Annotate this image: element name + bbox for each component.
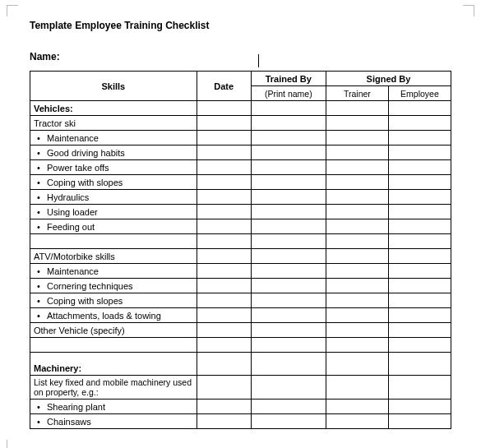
trained-by-cell[interactable]: [251, 308, 326, 323]
date-cell[interactable]: [197, 376, 251, 400]
date-cell[interactable]: [197, 160, 251, 175]
date-cell[interactable]: [197, 400, 251, 414]
employee-sign-cell[interactable]: [388, 264, 451, 279]
employee-sign-cell[interactable]: [388, 234, 451, 249]
checklist-table: Skills Date Trained By Signed By (Print …: [30, 71, 451, 429]
date-cell[interactable]: [197, 293, 251, 308]
table-row: ATV/Motorbike skills: [30, 249, 451, 264]
trained-by-cell[interactable]: [251, 264, 326, 279]
trainer-sign-cell[interactable]: [326, 145, 388, 160]
trained-by-cell[interactable]: [251, 414, 326, 429]
skills-cell: •Coping with slopes: [30, 175, 197, 190]
employee-sign-cell[interactable]: [388, 279, 451, 293]
employee-sign-cell[interactable]: [388, 116, 451, 131]
date-cell[interactable]: [197, 323, 251, 338]
trainer-sign-cell[interactable]: [326, 338, 388, 353]
date-cell[interactable]: [197, 219, 251, 234]
trained-by-cell[interactable]: [251, 205, 326, 219]
employee-sign-cell[interactable]: [388, 353, 451, 376]
trained-by-cell[interactable]: [251, 338, 326, 353]
table-row: •Good driving habits: [30, 145, 451, 160]
trained-by-cell[interactable]: [251, 249, 326, 264]
date-cell[interactable]: [197, 145, 251, 160]
skills-cell: Tractor ski: [30, 116, 197, 131]
date-cell[interactable]: [197, 338, 251, 353]
skill-label: Hydraulics: [47, 192, 89, 202]
employee-sign-cell[interactable]: [388, 145, 451, 160]
date-cell[interactable]: [197, 205, 251, 219]
trained-by-cell[interactable]: [251, 293, 326, 308]
trainer-sign-cell[interactable]: [326, 414, 388, 429]
trained-by-cell[interactable]: [251, 353, 326, 376]
bullet-icon: •: [37, 163, 47, 173]
trained-by-cell[interactable]: [251, 323, 326, 338]
employee-sign-cell[interactable]: [388, 175, 451, 190]
trainer-sign-cell[interactable]: [326, 160, 388, 175]
employee-sign-cell[interactable]: [388, 293, 451, 308]
skills-cell: •Chainsaws: [30, 414, 197, 429]
trainer-sign-cell[interactable]: [326, 205, 388, 219]
trainer-sign-cell[interactable]: [326, 249, 388, 264]
trained-by-cell[interactable]: [251, 219, 326, 234]
trainer-sign-cell[interactable]: [326, 308, 388, 323]
bullet-icon: •: [37, 148, 47, 158]
trainer-sign-cell[interactable]: [326, 400, 388, 414]
trained-by-cell[interactable]: [251, 234, 326, 249]
skills-cell: •Hydraulics: [30, 190, 197, 205]
employee-sign-cell[interactable]: [388, 101, 451, 116]
trainer-sign-cell[interactable]: [326, 219, 388, 234]
trained-by-cell[interactable]: [251, 190, 326, 205]
employee-sign-cell[interactable]: [388, 308, 451, 323]
date-cell[interactable]: [197, 414, 251, 429]
trained-by-cell[interactable]: [251, 145, 326, 160]
trainer-sign-cell[interactable]: [326, 264, 388, 279]
bullet-icon: •: [37, 222, 47, 232]
employee-sign-cell[interactable]: [388, 338, 451, 353]
skill-label: Cornering techniques: [47, 281, 133, 291]
table-row: •Maintenance: [30, 131, 451, 145]
trainer-sign-cell[interactable]: [326, 190, 388, 205]
date-cell[interactable]: [197, 190, 251, 205]
trainer-sign-cell[interactable]: [326, 234, 388, 249]
date-cell[interactable]: [197, 175, 251, 190]
trained-by-cell[interactable]: [251, 116, 326, 131]
date-cell[interactable]: [197, 353, 251, 376]
trainer-sign-cell[interactable]: [326, 293, 388, 308]
date-cell[interactable]: [197, 264, 251, 279]
employee-sign-cell[interactable]: [388, 131, 451, 145]
trained-by-cell[interactable]: [251, 376, 326, 400]
skills-cell: •Maintenance: [30, 264, 197, 279]
employee-sign-cell[interactable]: [388, 400, 451, 414]
date-cell[interactable]: [197, 131, 251, 145]
bullet-icon: •: [37, 402, 47, 412]
trained-by-cell[interactable]: [251, 101, 326, 116]
date-cell[interactable]: [197, 101, 251, 116]
employee-sign-cell[interactable]: [388, 414, 451, 429]
date-cell[interactable]: [197, 308, 251, 323]
name-field-row: Name:: [30, 46, 451, 62]
trained-by-cell[interactable]: [251, 175, 326, 190]
date-cell[interactable]: [197, 249, 251, 264]
trained-by-cell[interactable]: [251, 131, 326, 145]
employee-sign-cell[interactable]: [388, 205, 451, 219]
date-cell[interactable]: [197, 116, 251, 131]
trained-by-cell[interactable]: [251, 400, 326, 414]
employee-sign-cell[interactable]: [388, 219, 451, 234]
trainer-sign-cell[interactable]: [326, 101, 388, 116]
trainer-sign-cell[interactable]: [326, 353, 388, 376]
date-cell[interactable]: [197, 279, 251, 293]
trainer-sign-cell[interactable]: [326, 323, 388, 338]
trainer-sign-cell[interactable]: [326, 376, 388, 400]
trained-by-cell[interactable]: [251, 279, 326, 293]
employee-sign-cell[interactable]: [388, 190, 451, 205]
employee-sign-cell[interactable]: [388, 160, 451, 175]
trainer-sign-cell[interactable]: [326, 116, 388, 131]
date-cell[interactable]: [197, 234, 251, 249]
trainer-sign-cell[interactable]: [326, 175, 388, 190]
trained-by-cell[interactable]: [251, 160, 326, 175]
employee-sign-cell[interactable]: [388, 376, 451, 400]
trainer-sign-cell[interactable]: [326, 131, 388, 145]
trainer-sign-cell[interactable]: [326, 279, 388, 293]
employee-sign-cell[interactable]: [388, 249, 451, 264]
employee-sign-cell[interactable]: [388, 323, 451, 338]
